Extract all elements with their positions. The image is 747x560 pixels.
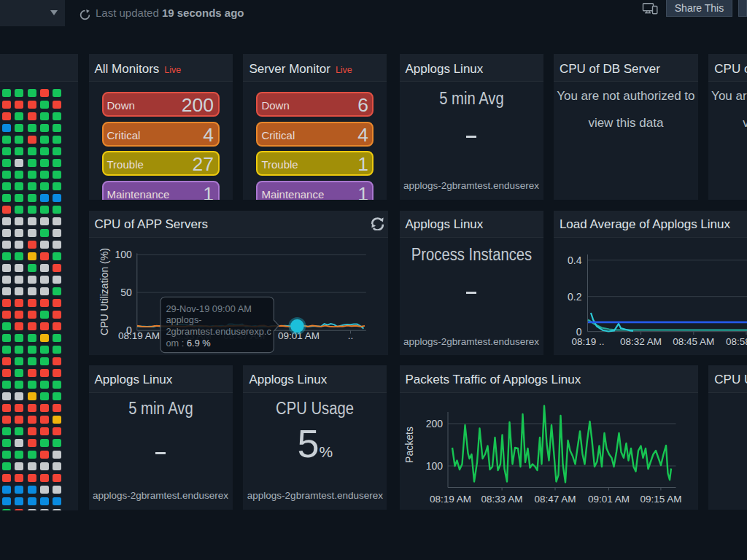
svg-text:om : 6.9 %: om : 6.9 % xyxy=(166,337,210,348)
svg-text:applogs-: applogs- xyxy=(166,314,201,325)
svg-text:..: .. xyxy=(347,330,353,341)
svg-text:09:15 AM: 09:15 AM xyxy=(640,494,681,505)
svg-text:08:58 AM: 08:58 AM xyxy=(726,336,747,347)
svg-text:08:33 AM: 08:33 AM xyxy=(481,494,522,505)
svg-text:2gbramtest.enduserexp.c: 2gbramtest.enduserexp.c xyxy=(166,326,271,337)
svg-text:50: 50 xyxy=(120,287,132,298)
svg-text:08:19 AM: 08:19 AM xyxy=(429,494,471,505)
svg-text:09:01 AM: 09:01 AM xyxy=(587,494,629,505)
svg-text:08:45 AM: 08:45 AM xyxy=(673,336,714,347)
svg-text:08:19 AM: 08:19 AM xyxy=(118,330,160,341)
svg-text:08:32 AM: 08:32 AM xyxy=(620,336,662,347)
svg-text:29-Nov-19 09:00 AM: 29-Nov-19 09:00 AM xyxy=(166,303,251,314)
svg-text:200: 200 xyxy=(425,418,443,429)
svg-text:100: 100 xyxy=(115,249,132,260)
svg-text:CPU Utilization (%): CPU Utilization (%) xyxy=(98,248,110,335)
svg-text:Packets: Packets xyxy=(403,427,414,463)
svg-text:0.4: 0.4 xyxy=(568,254,582,265)
svg-text:0.2: 0.2 xyxy=(568,290,582,302)
svg-text:100: 100 xyxy=(425,460,443,472)
svg-text:08:47 AM: 08:47 AM xyxy=(534,494,576,505)
svg-text:08:19 ..: 08:19 .. xyxy=(571,336,604,347)
